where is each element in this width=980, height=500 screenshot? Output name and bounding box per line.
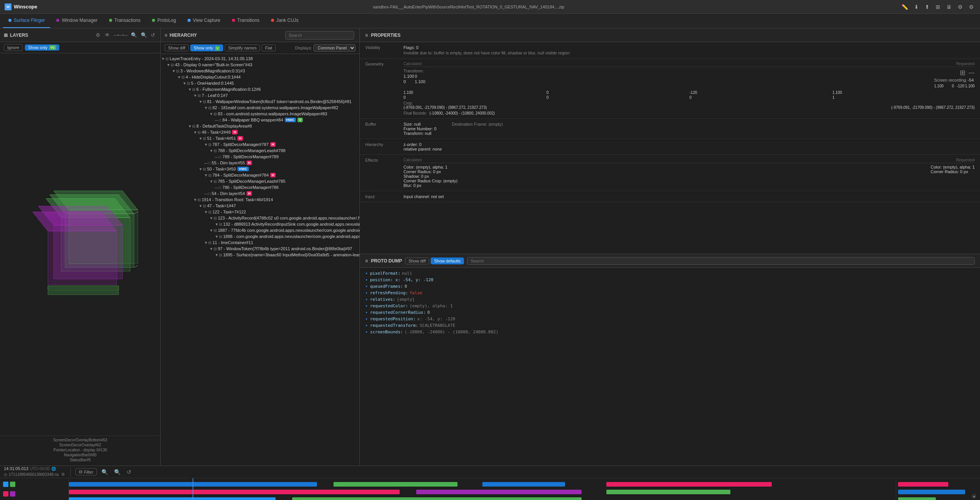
tab-transactions[interactable]: Transactions (104, 13, 146, 28)
show-only-hierarchy-btn[interactable]: Show only V (190, 44, 223, 51)
tree-toggle[interactable]: ▼ (193, 130, 198, 134)
ignore-button[interactable]: Ignore (4, 44, 23, 51)
tree-toggle[interactable]: ▼ (193, 198, 198, 202)
tree-toggle[interactable]: ▼ (209, 149, 214, 153)
hierarchy-search-input[interactable] (285, 31, 354, 39)
flat-btn[interactable]: Flat (261, 44, 275, 51)
tree-toggle[interactable]: ▼ (204, 241, 208, 245)
tree-node[interactable]: ▼⊟43 - Display 0 name="Built-in Screen"#… (161, 62, 359, 68)
tree-node[interactable]: ▼⊟50 - Task=3#50HWC (161, 166, 359, 172)
zoom-out-btn[interactable]: 🔍 (129, 31, 139, 39)
tree-node[interactable]: ▼⊟5 - OneHanded:0:1445 (161, 80, 359, 86)
scroll-indicator[interactable]: ◉ (972, 494, 976, 498)
tree-node[interactable]: —□84 - Wallpaper BBQ wrapper#84HWCV (161, 117, 359, 123)
tree-toggle[interactable]: ▼ (198, 136, 203, 141)
simplify-names-btn[interactable]: Simplify names (225, 44, 260, 51)
tree-node[interactable]: ▼⊟83 - com.android.systemui.wallpapers.I… (161, 111, 359, 117)
tab-transitions[interactable]: Transitions (227, 13, 265, 28)
edit-icon-btn[interactable]: ✏️ (900, 3, 910, 11)
download-icon-btn[interactable]: ⬇ (913, 3, 920, 11)
tree-node[interactable]: ▼⊟81 - WallpaperWindowToken{fcfbcd7 toke… (161, 98, 359, 105)
tree-toggle[interactable]: ▼ (204, 143, 208, 147)
tree-node[interactable]: ▼⊟788 - SplitDecorManagerLeash#788 (161, 148, 359, 154)
tree-node[interactable]: —□786 - SplitDecorManager#786 (161, 184, 359, 190)
zoom-reset-btn[interactable]: ↺ (149, 31, 157, 39)
tree-node[interactable]: ▼⊟6 - FullscreenMagnification:0:12#6 (161, 86, 359, 92)
tree-toggle[interactable]: ▼ (209, 216, 214, 220)
proto-search-input[interactable] (467, 257, 975, 265)
tree-node[interactable]: ▼⊟LayerTraceEntry - 2024-03-31, 14:31:05… (161, 56, 359, 62)
tree-toggle[interactable]: ▼ (188, 124, 192, 128)
tree-toggle[interactable]: ▼ (198, 167, 203, 171)
tree-toggle[interactable]: ▼ (214, 222, 219, 226)
tree-node[interactable]: ▼⊟4 - HideDisplayCutout:0:1#44 (161, 74, 359, 80)
layers-eye-btn[interactable]: 👁 (103, 31, 111, 39)
tree-toggle[interactable]: ▼ (198, 204, 203, 208)
layers-settings-btn[interactable]: ⚙ (94, 31, 102, 39)
show-only-button[interactable]: Show only V1 (25, 44, 59, 51)
tab-jank-cujs[interactable]: Jank CUJs (266, 13, 304, 28)
tree-node[interactable]: ▼⊟47 - Task=1#47 (161, 203, 359, 209)
tree-node[interactable]: ▼⊟132 - d886913 ActivityRecordInputSink … (161, 221, 359, 227)
tree-toggle[interactable]: ▼ (172, 69, 176, 73)
tree-toggle[interactable]: ▼ (198, 100, 203, 104)
timeline-reset-btn[interactable]: ↺ (125, 468, 133, 476)
proto-show-diff-btn[interactable]: Show diff (405, 257, 429, 264)
tree-toggle[interactable]: ▼ (204, 173, 208, 177)
tree-node[interactable]: ▼⊟784 - SplitDecorManager#784H (161, 172, 359, 178)
timeline-tracks[interactable] (69, 478, 896, 500)
tree-node[interactable]: ▼⊟1895 - Surface{name=3baac60 InputMetho… (161, 252, 359, 258)
monitor-icon-btn[interactable]: 🖥 (945, 3, 953, 11)
tree-node[interactable]: ▼⊟82 - 181eabf com.android.systemui.wall… (161, 105, 359, 111)
tree-node[interactable]: ▼⊟97 - WindowToken{7f78b6b type=2011 and… (161, 246, 359, 252)
tab-proto-log[interactable]: ProtoLog (147, 13, 181, 28)
tree-toggle[interactable]: ▼ (209, 228, 214, 233)
tree-node[interactable]: ▼⊟123 - ActivityRecord{4788c02 u0 com.go… (161, 215, 359, 221)
tree-node[interactable]: —□55 - Dim layer#55H (161, 160, 359, 166)
timeline-zoom-out-btn[interactable]: 🔍 (113, 468, 122, 476)
expand-icon[interactable]: ⊞ (960, 69, 965, 77)
settings2-icon-btn[interactable]: ⚙ (967, 3, 975, 11)
tree-node[interactable]: ▼⊟1914 - Transition Root: Task=46#1914 (161, 197, 359, 203)
tree-toggle[interactable]: ▼ (204, 210, 208, 214)
tree-node[interactable]: ▼⊟51 - Task=4#51H (161, 135, 359, 141)
upload-icon-btn[interactable]: ⬆ (923, 3, 931, 11)
tree-node[interactable]: —□54 - Dim layer#54H (161, 190, 359, 197)
tree-node[interactable]: ▼⊟8 - DefaultTaskDisplayArea#8 (161, 123, 359, 129)
tab-view-capture[interactable]: View Capture (182, 13, 226, 28)
tree-toggle[interactable]: ▼ (177, 75, 181, 79)
scroll-icon[interactable]: ◉ (972, 494, 976, 498)
tree-toggle[interactable]: ▼ (193, 93, 198, 98)
tree-toggle[interactable]: ▼ (209, 247, 214, 251)
grid-icon-btn[interactable]: ⊞ (934, 3, 942, 11)
tree-toggle[interactable]: ▼ (188, 87, 192, 92)
tree-node[interactable]: ▼⊟787 - SplitDecorManager#787H (161, 141, 359, 148)
tree-node[interactable]: ▼⊟122 - Task=7#122 (161, 209, 359, 215)
tree-toggle[interactable]: ▼ (182, 81, 187, 85)
tree-toggle[interactable]: ▼ (166, 63, 171, 67)
tree-toggle[interactable]: ▼ (204, 106, 208, 110)
tree-node[interactable]: ▼⊟7 - Leaf:0:1#7 (161, 92, 359, 98)
tree-node[interactable]: ▼⊟11 - ImeContainer#11 (161, 239, 359, 246)
tree-node[interactable]: ▼⊟49 - Task=2#49H (161, 129, 359, 135)
tree-node[interactable]: ▼⊟1887 - 77fdc4b com.google.android.apps… (161, 227, 359, 233)
tab-window-manager[interactable]: Window Manager (51, 13, 103, 28)
timeline-zoom-in-btn[interactable]: 🔍 (100, 468, 109, 476)
tree-node[interactable]: ▼⊟785 - SplitDecorManagerLeash#785 (161, 178, 359, 184)
zoom-in-btn[interactable]: 🔍 (139, 31, 149, 39)
filter-btn[interactable]: ⊟ Filter (75, 468, 96, 475)
tab-surface-flinger[interactable]: Surface Flinger (3, 13, 50, 28)
tree-node[interactable]: ▼⊟1888 - com.google.android.apps.nexusla… (161, 233, 359, 239)
show-diff-btn[interactable]: Show diff (165, 44, 189, 51)
gear-icon-btn[interactable]: ⚙ (956, 3, 964, 11)
tree-node[interactable]: ▼⊟3 - WindowedMagnification:0:31#3 (161, 68, 359, 74)
displays-select[interactable]: Common Panel (314, 44, 356, 52)
proto-show-defaults-btn[interactable]: Show defaults (431, 257, 464, 264)
tree-toggle[interactable]: ▼ (161, 57, 165, 61)
tree-toggle[interactable]: ▼ (214, 234, 219, 239)
copy-ns-btn[interactable]: ⧉ (60, 471, 66, 477)
tree-toggle[interactable]: ▼ (214, 253, 219, 257)
tree-toggle[interactable]: ▼ (209, 112, 214, 116)
hierarchy-tree[interactable]: ▼⊟LayerTraceEntry - 2024-03-31, 14:31:05… (161, 54, 359, 466)
tree-node[interactable]: —□789 - SplitDecorManager#789 (161, 154, 359, 160)
